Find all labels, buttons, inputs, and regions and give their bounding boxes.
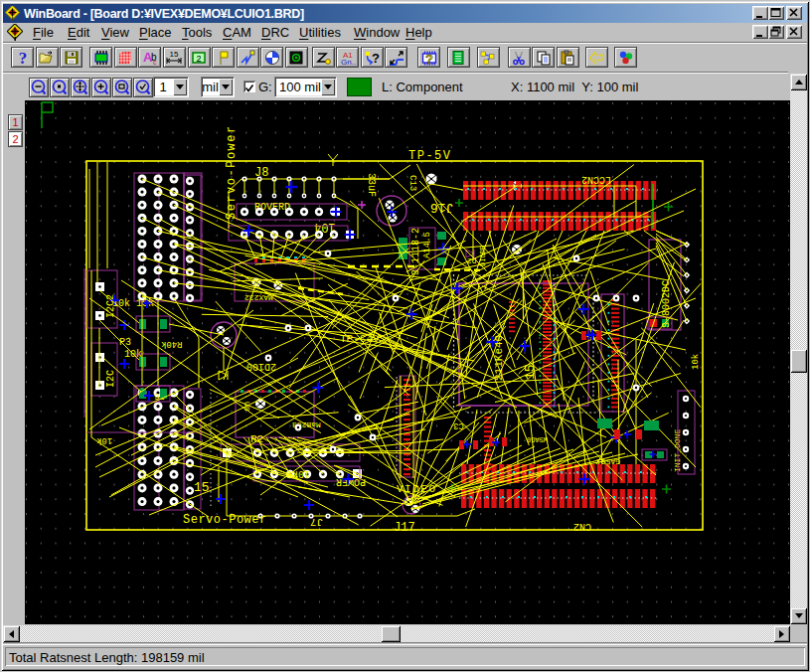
svg-text:Gn..: Gn.. bbox=[341, 58, 356, 66]
svg-text:I2C: I2C bbox=[105, 370, 116, 388]
svg-text:?: ? bbox=[425, 51, 433, 66]
svg-text:TP-5V: TP-5V bbox=[408, 149, 452, 163]
svg-text:Servo-Power: Servo-Power bbox=[225, 124, 239, 220]
svg-text:?: ? bbox=[372, 51, 380, 66]
svg-text:10k: 10k bbox=[96, 435, 112, 445]
svg-text:?: ? bbox=[18, 50, 27, 66]
svg-text:15: 15 bbox=[170, 50, 179, 59]
svg-text:J17: J17 bbox=[394, 521, 415, 535]
svg-text:POWER: POWER bbox=[336, 476, 366, 487]
svg-text:Servo-Power: Servo-Power bbox=[183, 513, 267, 527]
svg-text:C3: C3 bbox=[453, 420, 464, 430]
svg-text:LCCN2: LCCN2 bbox=[581, 174, 611, 185]
svg-text:C13: C13 bbox=[407, 175, 417, 191]
svg-text:2: 2 bbox=[196, 53, 201, 63]
svg-text:c: c bbox=[153, 59, 157, 66]
svg-text:2D100: 2D100 bbox=[246, 361, 276, 372]
svg-text:R40k: R40k bbox=[161, 339, 183, 349]
svg-text:CN2: CN2 bbox=[573, 521, 591, 532]
svg-text:WSAG0: WSAG0 bbox=[527, 435, 548, 443]
svg-text:J7: J7 bbox=[310, 516, 323, 528]
svg-text:15: 15 bbox=[194, 480, 210, 495]
svg-text:10k: 10k bbox=[691, 354, 701, 370]
svg-text:A14.5: A14.5 bbox=[422, 232, 432, 258]
svg-text:33uF: 33uF bbox=[366, 173, 377, 197]
